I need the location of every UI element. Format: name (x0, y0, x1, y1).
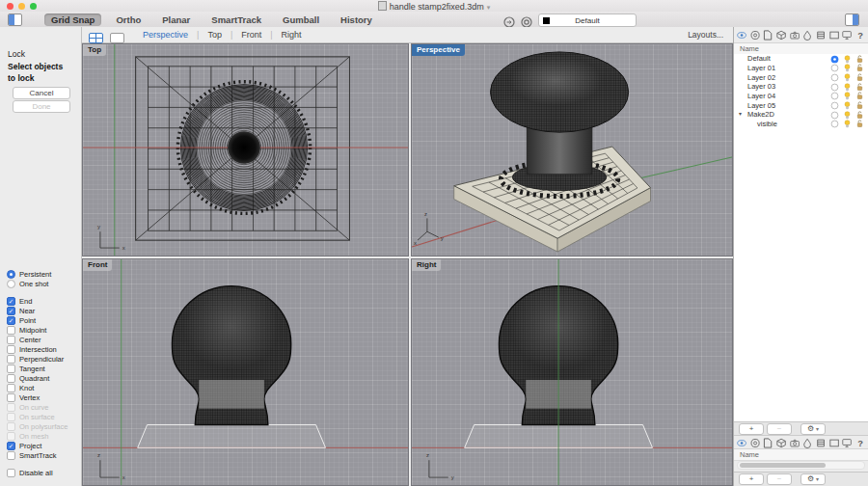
osnap-intersection[interactable]: Intersection (7, 344, 68, 354)
right-sidebar-toggle-icon[interactable] (845, 14, 859, 26)
checkbox[interactable] (7, 403, 15, 412)
osnap-on-surface[interactable]: On surface (7, 412, 68, 421)
layouts-button[interactable]: Layouts... (688, 30, 723, 40)
camera-icon[interactable] (790, 30, 800, 40)
osnap-smarttrack[interactable]: SmartTrack (7, 450, 68, 460)
checkbox[interactable] (7, 469, 15, 477)
layer-visibility-bulb-icon[interactable] (843, 120, 852, 128)
frame-icon[interactable] (829, 438, 839, 448)
materials-icon[interactable] (802, 30, 812, 40)
layer-lock-icon[interactable] (855, 83, 864, 92)
osnap-perpendicular[interactable]: Perpendicular (7, 354, 68, 364)
layer-row-layer-05[interactable]: Layer 05 (734, 100, 868, 110)
layer-lock-icon[interactable] (855, 55, 864, 64)
layer-visibility-bulb-icon[interactable] (843, 64, 852, 72)
target-icon[interactable] (750, 30, 760, 40)
help-icon[interactable]: ? (855, 30, 865, 40)
osnap-on-mesh[interactable]: On mesh (7, 431, 68, 441)
checkbox[interactable]: ✓ (7, 442, 15, 450)
checkbox[interactable] (7, 336, 15, 344)
tab-perspective[interactable]: Perspective (134, 30, 197, 40)
checkbox[interactable] (7, 384, 15, 392)
checkbox[interactable] (7, 326, 15, 335)
osnap-on-polysurface[interactable]: On polysurface (7, 421, 68, 431)
viewport-front[interactable]: zx Front (82, 258, 409, 486)
viewport-label-perspective[interactable]: Perspective (412, 44, 465, 56)
checkbox[interactable] (7, 451, 15, 460)
layer-lock-icon[interactable] (855, 64, 864, 72)
osnap-disable-all[interactable]: Disable all (7, 468, 68, 477)
toolbar-button-gumball[interactable]: Gumball (276, 14, 326, 26)
current-layer-radio[interactable] (830, 120, 839, 128)
current-layer-radio[interactable] (830, 101, 839, 110)
checkbox[interactable]: ✓ (7, 316, 15, 325)
notes-icon[interactable] (816, 30, 826, 40)
display-icon[interactable] (842, 438, 852, 448)
disclosure-triangle-icon[interactable]: ▾ (739, 110, 742, 120)
osnap-near[interactable]: ✓Near (7, 306, 68, 315)
osnap-vertex[interactable]: Vertex (7, 392, 68, 402)
toolbar-button-history[interactable]: History (334, 14, 379, 26)
frame-icon[interactable] (829, 30, 839, 40)
box-icon[interactable] (776, 438, 786, 448)
checkbox[interactable] (7, 364, 15, 373)
display-icon[interactable] (842, 30, 852, 40)
tab-front[interactable]: Front (232, 30, 270, 40)
osnap-knot[interactable]: Knot (7, 383, 68, 392)
eye-icon[interactable] (737, 30, 746, 40)
current-layer-radio[interactable] (830, 111, 839, 120)
layer-row-layer-04[interactable]: Layer 04 (734, 92, 868, 101)
help-icon[interactable]: ? (855, 438, 865, 448)
cancel-button[interactable]: Cancel (13, 87, 70, 99)
layer-lock-icon[interactable] (855, 111, 864, 120)
four-viewport-layout-icon[interactable] (89, 30, 103, 40)
osnap-quadrant[interactable]: Quadrant (7, 373, 68, 383)
toolbar-button-ortho[interactable]: Ortho (109, 14, 148, 26)
layer-row-default[interactable]: Default (734, 54, 868, 64)
toolbar-button-planar[interactable]: Planar (155, 14, 197, 26)
layer-row-make2d[interactable]: ▾Make2D (734, 110, 868, 120)
layer-visibility-bulb-icon[interactable] (843, 92, 852, 100)
checkbox[interactable] (7, 413, 15, 421)
checkbox[interactable]: ✓ (7, 297, 15, 306)
page-icon[interactable] (763, 30, 773, 40)
viewport-right[interactable]: zy Right (411, 258, 733, 486)
gear-menu-button[interactable]: ⚙▾ (800, 423, 826, 435)
viewport-label-top[interactable]: Top (83, 44, 106, 56)
current-layer-radio[interactable] (830, 55, 839, 64)
osnap-center[interactable]: Center (7, 335, 68, 344)
toolbar-button-smarttrack[interactable]: SmartTrack (204, 14, 268, 26)
layer-row-visible[interactable]: visible (734, 120, 868, 129)
layer-row-layer-01[interactable]: Layer 01 (734, 64, 868, 73)
layer-lock-icon[interactable] (855, 120, 864, 128)
camera-icon[interactable] (790, 438, 800, 448)
tab-top[interactable]: Top (199, 30, 231, 40)
layer-row-layer-02[interactable]: Layer 02 (734, 72, 868, 82)
checkbox[interactable]: ✓ (7, 307, 15, 315)
layer-lock-icon[interactable] (855, 92, 864, 100)
checkbox[interactable] (7, 345, 15, 354)
checkbox[interactable] (7, 374, 15, 383)
osnap-project[interactable]: ✓Project (7, 441, 68, 450)
radio-indicator[interactable] (7, 270, 15, 279)
layer-visibility-bulb-icon[interactable] (843, 55, 852, 64)
checkbox[interactable] (7, 432, 15, 441)
viewport-label-front[interactable]: Front (83, 259, 112, 271)
notes-icon[interactable] (816, 438, 826, 448)
layer-visibility-bulb-icon[interactable] (843, 83, 852, 92)
remove-button[interactable]: − (767, 473, 792, 485)
radio-indicator[interactable] (7, 280, 15, 288)
viewport-perspective[interactable]: zxy Perspective (411, 43, 733, 256)
target-icon[interactable] (750, 438, 760, 448)
left-sidebar-toggle-icon[interactable] (8, 14, 22, 26)
checkbox[interactable] (7, 355, 15, 364)
current-layer-radio[interactable] (830, 92, 839, 100)
osnap-end[interactable]: ✓End (7, 296, 68, 306)
tab-right[interactable]: Right (273, 30, 311, 40)
viewport-top[interactable]: yx Top (82, 43, 409, 256)
eye-icon[interactable] (737, 438, 746, 448)
layer-visibility-bulb-icon[interactable] (843, 111, 852, 120)
target-circle-icon[interactable] (521, 14, 532, 26)
osnap-midpoint[interactable]: Midpoint (7, 325, 68, 335)
page-icon[interactable] (763, 438, 773, 448)
